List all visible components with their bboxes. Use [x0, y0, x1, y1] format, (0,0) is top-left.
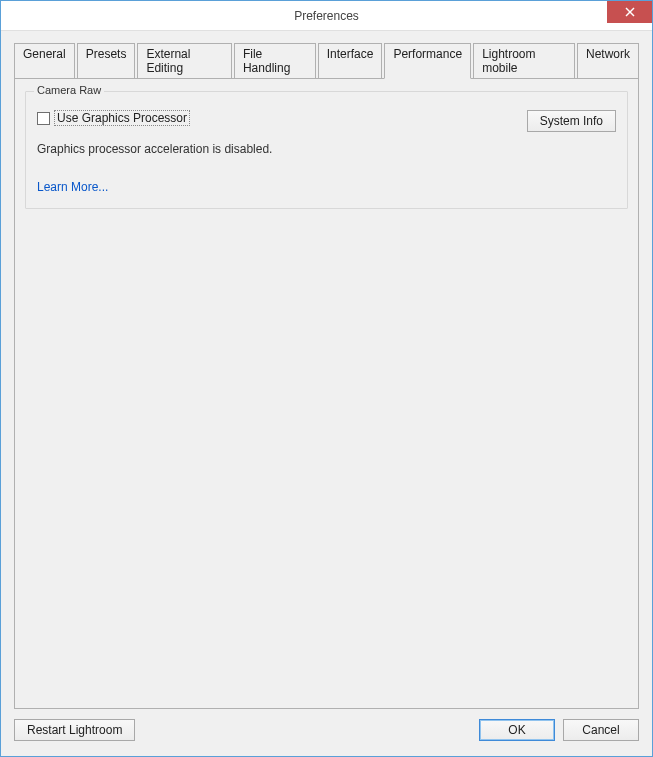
- use-gpu-label[interactable]: Use Graphics Processor: [54, 110, 190, 126]
- preferences-window: Preferences General Presets External Edi…: [0, 0, 653, 757]
- tab-panel-performance: Camera Raw Use Graphics Processor Graphi…: [14, 78, 639, 709]
- tab-performance[interactable]: Performance: [384, 43, 471, 79]
- close-button[interactable]: [607, 1, 652, 23]
- tab-presets[interactable]: Presets: [77, 43, 136, 79]
- content-area: General Presets External Editing File Ha…: [1, 31, 652, 756]
- cancel-button[interactable]: Cancel: [563, 719, 639, 741]
- footer-right: OK Cancel: [479, 719, 639, 741]
- ok-button[interactable]: OK: [479, 719, 555, 741]
- tab-network[interactable]: Network: [577, 43, 639, 79]
- system-info-button[interactable]: System Info: [527, 110, 616, 132]
- tab-lightroom-mobile[interactable]: Lightroom mobile: [473, 43, 575, 79]
- tab-general[interactable]: General: [14, 43, 75, 79]
- learn-more-link[interactable]: Learn More...: [37, 180, 108, 194]
- use-gpu-checkbox[interactable]: [37, 112, 50, 125]
- tab-file-handling[interactable]: File Handling: [234, 43, 316, 79]
- groupbox-camera-raw: Camera Raw Use Graphics Processor Graphi…: [25, 91, 628, 209]
- titlebar: Preferences: [1, 1, 652, 31]
- groupbox-right: System Info: [527, 110, 616, 132]
- window-title: Preferences: [1, 9, 652, 23]
- groupbox-title: Camera Raw: [34, 84, 104, 96]
- use-gpu-checkbox-row: Use Graphics Processor: [37, 110, 527, 126]
- groupbox-left: Use Graphics Processor Graphics processo…: [37, 110, 527, 194]
- footer-left: Restart Lightroom: [14, 719, 479, 741]
- groupbox-row: Use Graphics Processor Graphics processo…: [37, 110, 616, 194]
- footer: Restart Lightroom OK Cancel: [14, 719, 639, 743]
- tab-interface[interactable]: Interface: [318, 43, 383, 79]
- tabs-container: General Presets External Editing File Ha…: [14, 42, 639, 709]
- close-icon: [625, 7, 635, 17]
- tab-row: General Presets External Editing File Ha…: [14, 42, 639, 78]
- gpu-status-text: Graphics processor acceleration is disab…: [37, 142, 527, 156]
- restart-lightroom-button[interactable]: Restart Lightroom: [14, 719, 135, 741]
- tab-external-editing[interactable]: External Editing: [137, 43, 232, 79]
